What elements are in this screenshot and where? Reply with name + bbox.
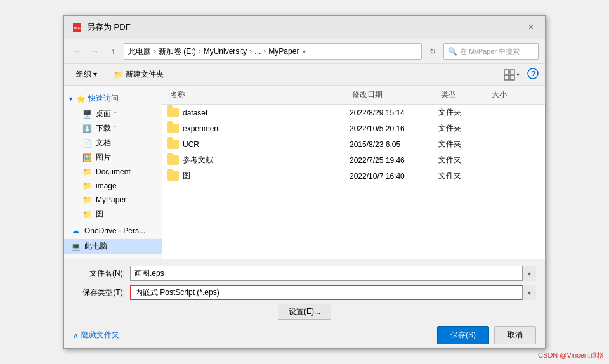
file-name: dataset [183, 108, 207, 117]
path-dropdown-arrow[interactable]: ▾ [303, 48, 306, 55]
sidebar-item-image-folder[interactable]: 📁 image [64, 179, 162, 193]
svg-text:PDF: PDF [74, 26, 81, 30]
file-modified: 2022/7/25 19:46 [350, 156, 438, 165]
filetype-dropdown-arrow[interactable]: ▾ [522, 285, 536, 300]
path-bar[interactable]: 此电脑 › 新加卷 (E:) › MyUniversity › ... › My… [124, 43, 422, 60]
folder-mypaper-icon: 📁 [82, 195, 92, 205]
col-modified: 修改日期 [350, 88, 438, 101]
sidebar-item-document-folder[interactable]: 📁 Document [64, 165, 162, 179]
sidebar: ▼ ⭐ 快速访问 🖥️ 桌面 ⌃ ⬇️ 下载 ⌃ 📄 文档 [64, 86, 162, 259]
sidebar-label-tu: 图 [96, 209, 103, 219]
table-row[interactable]: UCR 2015/8/23 6:05 文件夹 [162, 136, 545, 152]
filename-input[interactable] [130, 266, 536, 281]
file-rows-container: dataset 2022/8/29 15:14 文件夹 experiment 2… [162, 105, 545, 184]
new-folder-button[interactable]: 📁 新建文件夹 [108, 67, 169, 82]
hide-folders-label: 隐藏文件夹 [81, 330, 119, 341]
sidebar-item-pictures[interactable]: 🖼️ 图片 [64, 150, 162, 165]
filetype-label: 保存类型(T): [73, 287, 130, 298]
file-modified: 2022/8/29 15:14 [350, 108, 438, 117]
file-name-cell: 图 [167, 171, 350, 181]
sidebar-item-mypaper-folder[interactable]: 📁 MyPaper [64, 193, 162, 207]
path-dots: ... [254, 47, 261, 56]
sidebar-item-tu-folder[interactable]: 📁 图 [64, 207, 162, 221]
download-icon: ⬇️ [82, 124, 92, 134]
svg-rect-2 [504, 70, 509, 74]
file-modified: 2015/8/23 6:05 [350, 140, 438, 149]
desktop-icon: 🖥️ [82, 109, 92, 119]
table-row[interactable]: 图 2022/10/7 16:40 文件夹 [162, 168, 545, 184]
path-mypaper: MyPaper [268, 47, 299, 56]
path-university: MyUniversity [204, 47, 247, 56]
organize-button[interactable]: 组织 ▾ [70, 67, 103, 82]
sidebar-label-onedrive: OneDrive - Pers... [84, 226, 145, 235]
path-sep-1: › [154, 47, 156, 56]
sidebar-item-desktop[interactable]: 🖥️ 桌面 ⌃ [64, 107, 162, 121]
folder-icon [167, 140, 179, 149]
cancel-button[interactable]: 取消 [494, 326, 536, 344]
pc-icon: 💻 [70, 242, 81, 252]
file-type: 文件夹 [438, 139, 489, 150]
file-modified: 2022/10/7 16:40 [350, 172, 438, 181]
sidebar-label-desktop: 桌面 [96, 108, 111, 119]
table-row[interactable]: experiment 2022/10/5 20:16 文件夹 [162, 120, 545, 136]
sidebar-item-documents[interactable]: 📄 文档 [64, 136, 162, 150]
sidebar-label-mypaper: MyPaper [96, 195, 126, 204]
folder-icon [167, 108, 179, 117]
col-type: 类型 [438, 88, 489, 101]
title-bar-left: PDF 另存为 PDF [72, 22, 131, 33]
filetype-input-wrap: ▾ [130, 285, 536, 300]
back-button[interactable]: ← [70, 44, 84, 58]
quick-access-label: 快速访问 [88, 93, 119, 104]
view-dropdown-arrow[interactable]: ▾ [516, 71, 520, 78]
save-button[interactable]: 保存(S) [437, 326, 489, 344]
col-size: 大小 [489, 88, 540, 101]
sidebar-quick-access-header[interactable]: ▼ ⭐ 快速访问 [64, 91, 162, 107]
file-name-cell: dataset [167, 108, 350, 117]
navigation-toolbar: ← → ↑ 此电脑 › 新加卷 (E:) › MyUniversity › ..… [64, 39, 545, 64]
path-sep-3: › [249, 47, 252, 56]
search-placeholder: 在 MyPaper 中搜索 [460, 47, 520, 56]
svg-rect-4 [504, 75, 509, 80]
quick-access-expand-icon: ▼ [68, 96, 74, 102]
pdf-icon: PDF [72, 22, 82, 32]
settings-button[interactable]: 设置(E)... [278, 304, 331, 320]
close-button[interactable]: × [525, 21, 537, 34]
sidebar-item-thispc[interactable]: 💻 此电脑 [64, 239, 162, 254]
forward-button[interactable]: → [88, 44, 102, 58]
footer-buttons: 保存(S) 取消 [437, 326, 536, 344]
file-name-cell: 参考文献 [167, 155, 350, 166]
sidebar-arrow: ⌃ [112, 125, 117, 132]
watermark: CSDN @Vincent道格 [538, 351, 604, 360]
sidebar-item-download[interactable]: ⬇️ 下载 ⌃ [64, 121, 162, 136]
help-button[interactable]: ? [527, 68, 539, 81]
filetype-input[interactable] [130, 285, 536, 300]
file-type: 文件夹 [438, 171, 489, 181]
sidebar-label-pc: 此电脑 [84, 241, 107, 252]
table-row[interactable]: 参考文献 2022/7/25 19:46 文件夹 [162, 152, 545, 168]
sidebar-arrow: ⌃ [112, 110, 117, 117]
path-sep-2: › [199, 47, 201, 56]
folder-icon [167, 171, 179, 181]
new-folder-icon: 📁 [114, 70, 123, 79]
view-toggle[interactable]: ▾ [504, 69, 520, 81]
file-name: 图 [183, 171, 190, 181]
file-name: UCR [183, 140, 199, 149]
svg-rect-3 [510, 70, 514, 74]
help-icon: ? [527, 68, 539, 79]
folder-icon [167, 155, 179, 165]
file-name-cell: experiment [167, 124, 350, 133]
search-box[interactable]: 🔍 在 MyPaper 中搜索 [443, 43, 539, 60]
sidebar-item-onedrive[interactable]: ☁ OneDrive - Pers... [64, 224, 162, 238]
file-type: 文件夹 [438, 123, 489, 134]
folder-icon [167, 124, 179, 133]
up-button[interactable]: ↑ [106, 44, 120, 58]
filename-dropdown-arrow[interactable]: ▾ [522, 266, 536, 281]
folder-tu-icon: 📁 [82, 209, 92, 219]
refresh-button[interactable]: ↻ [426, 44, 440, 58]
view-icon [504, 69, 515, 81]
file-modified: 2022/10/5 20:16 [350, 124, 438, 133]
path-drive: 新加卷 (E:) [159, 46, 196, 57]
table-row[interactable]: dataset 2022/8/29 15:14 文件夹 [162, 105, 545, 120]
hide-folders-toggle[interactable]: ∧ 隐藏文件夹 [73, 330, 119, 341]
filename-row: 文件名(N): ▾ [73, 266, 536, 281]
